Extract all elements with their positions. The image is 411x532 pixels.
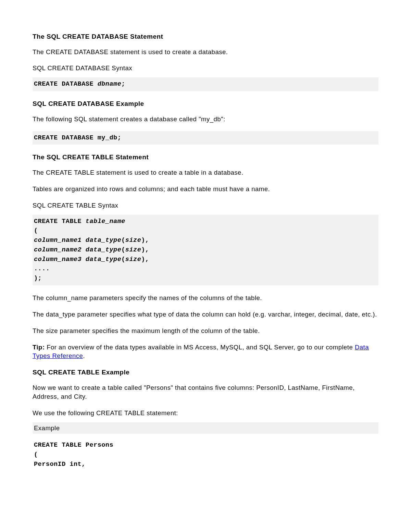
code-text: ( — [121, 246, 125, 253]
document-page: The SQL CREATE DATABASE Statement The CR… — [0, 0, 411, 492]
code-create-table-syntax: CREATE TABLE table_name ( column_name1 d… — [33, 215, 378, 285]
code-variable: size — [125, 256, 141, 263]
code-text: ); — [34, 275, 42, 282]
paragraph-tip: Tip: For an overview of the data types a… — [33, 343, 378, 361]
heading-create-table-example: SQL CREATE TABLE Example — [33, 368, 378, 377]
code-create-database-syntax: CREATE DATABASE dbname; — [33, 77, 378, 91]
paragraph-column-name: The column_name parameters specify the n… — [33, 294, 378, 302]
paragraph-persons-use: We use the following CREATE TABLE statem… — [33, 409, 378, 418]
code-create-database-example: CREATE DATABASE my_db; — [33, 131, 378, 145]
code-text: ( — [121, 237, 125, 244]
code-variable: column_name2 data_type — [34, 246, 121, 253]
paragraph-create-table-intro1: The CREATE TABLE statement is used to cr… — [33, 168, 378, 177]
code-variable: dbname — [98, 81, 122, 88]
heading-create-database-example: SQL CREATE DATABASE Example — [33, 99, 378, 109]
label-create-database-syntax: SQL CREATE DATABASE Syntax — [33, 64, 378, 73]
code-text: ( — [34, 227, 38, 234]
code-text: ), — [141, 246, 149, 253]
code-variable: size — [125, 237, 141, 244]
heading-create-database-statement: The SQL CREATE DATABASE Statement — [33, 32, 378, 41]
paragraph-data-type: The data_type parameter specifies what t… — [33, 310, 378, 319]
heading-create-table-statement: The SQL CREATE TABLE Statement — [33, 153, 378, 162]
tip-label: Tip: — [33, 344, 45, 351]
paragraph-create-database-intro: The CREATE DATABASE statement is used to… — [33, 48, 378, 57]
code-create-table-persons: CREATE TABLE Persons ( PersonID int, — [33, 438, 378, 471]
tip-text-end: . — [83, 352, 85, 359]
code-keyword: CREATE DATABASE — [34, 81, 98, 88]
code-text: ( — [121, 256, 125, 263]
code-text: ; — [121, 81, 125, 88]
code-line: PersonID int, — [34, 461, 86, 468]
code-variable: column_name1 data_type — [34, 237, 121, 244]
code-text: ), — [141, 237, 149, 244]
code-keyword: CREATE TABLE — [34, 218, 86, 225]
code-line: ( — [34, 451, 38, 458]
paragraph-size: The size parameter specifies the maximum… — [33, 326, 378, 335]
code-line: CREATE TABLE Persons — [34, 442, 113, 449]
paragraph-persons-intro: Now we want to create a table called "Pe… — [33, 383, 378, 401]
paragraph-create-table-intro2: Tables are organized into rows and colum… — [33, 185, 378, 194]
code-text: ), — [141, 256, 149, 263]
code-text: .... — [34, 265, 50, 272]
paragraph-create-database-example: The following SQL statement creates a da… — [33, 115, 378, 124]
label-example: Example — [33, 422, 378, 434]
code-variable: size — [125, 246, 141, 253]
label-create-table-syntax: SQL CREATE TABLE Syntax — [33, 201, 378, 210]
tip-text: For an overview of the data types availa… — [45, 344, 355, 351]
code-variable: table_name — [86, 218, 125, 225]
code-variable: column_name3 data_type — [34, 256, 121, 263]
